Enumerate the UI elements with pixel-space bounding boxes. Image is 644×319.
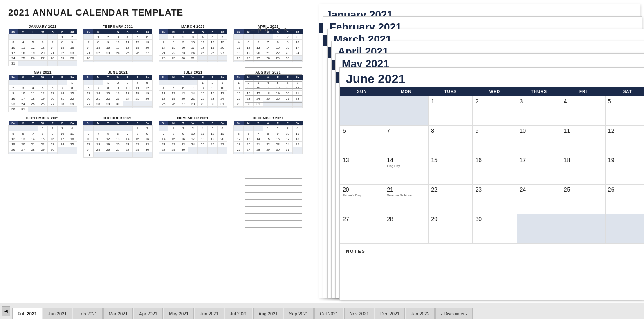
june-cell-num: 3 — [520, 98, 559, 105]
mini-cal-day — [57, 152, 67, 154]
mini-cal-day: 22 — [67, 96, 77, 101]
mini-cal-day: 13 — [83, 91, 93, 96]
mini-cal-day — [103, 107, 113, 108]
tab-full-2021[interactable]: Full 2021 — [12, 308, 42, 319]
mini-cal-day: 1 — [38, 126, 47, 131]
mini-cal-day — [47, 152, 57, 154]
mini-cal-day: 6 — [47, 85, 57, 91]
tab-jan-2021[interactable]: Jan 2021 — [43, 308, 72, 319]
mini-cal-day — [38, 61, 47, 66]
mini-cal-day: 25 — [28, 101, 38, 107]
mini-cal-day: 9 — [178, 40, 188, 45]
mini-cal-day: 20 — [47, 96, 57, 101]
june-header-cell: TUES — [429, 87, 473, 96]
mini-cal-day: 30 — [178, 56, 188, 61]
mini-cal-header: Sa — [142, 75, 152, 80]
june-cell-num: 12 — [608, 127, 644, 134]
mini-cal-day: 15 — [103, 91, 113, 96]
mini-cal-day: 29 — [132, 147, 142, 152]
tab-feb-2021[interactable]: Feb 2021 — [73, 308, 102, 319]
mini-cal-day — [218, 56, 227, 61]
mini-cal-day: 19 — [168, 96, 178, 101]
june-cell-num: 6 — [343, 127, 381, 134]
mini-cal-day: 5 — [168, 85, 178, 91]
mini-cal-day — [234, 126, 244, 131]
june-cell — [606, 214, 644, 243]
tab-nav-prev[interactable]: ◀ — [2, 306, 10, 316]
june-cell-num: 14 — [387, 157, 426, 163]
june-cell-num: 10 — [520, 127, 559, 134]
mini-cal-header: R — [123, 121, 132, 126]
tab---disclaimer--[interactable]: - Disclaimer - — [435, 308, 473, 319]
mini-cal-day: 13 — [178, 91, 188, 96]
mini-cal-day: 4 — [93, 131, 103, 136]
tab-sep-2021[interactable]: Sep 2021 — [284, 308, 314, 319]
mini-cal-day: 14 — [28, 136, 38, 142]
mini-cal-header: R — [47, 75, 57, 80]
mini-cal-day — [123, 56, 132, 61]
june-header-cell: THURS — [517, 87, 561, 96]
mini-cal-day: 20 — [83, 96, 93, 101]
june-cell-num: 21 — [387, 186, 426, 193]
mini-cal-day — [142, 107, 152, 108]
mini-cal-header: Su — [9, 29, 18, 34]
tab-nov-2021[interactable]: Nov 2021 — [344, 308, 374, 319]
mini-cal-day: 1 — [67, 80, 77, 85]
mini-cal-day — [142, 61, 152, 62]
tab-jan-2022[interactable]: Jan 2022 — [406, 308, 435, 319]
mini-cal-day: 16 — [113, 91, 123, 96]
mini-cal-day: 7 — [93, 85, 103, 91]
tab-aug-2021[interactable]: Aug 2021 — [253, 308, 283, 319]
notes-title: — N O T E S — — [245, 28, 302, 32]
mini-cal-january2021: JANUARY 2021SuMTWRFSa1234567891011121314… — [8, 25, 77, 66]
tab-may-2021[interactable]: May 2021 — [164, 308, 194, 319]
tab-mar-2021[interactable]: Mar 2021 — [103, 308, 133, 319]
mini-cal-header: Su — [83, 29, 93, 34]
tab-jul-2021[interactable]: Jul 2021 — [225, 308, 253, 319]
mini-cal-header: Sa — [142, 121, 152, 126]
mini-cal-day: 19 — [234, 142, 244, 147]
mini-cal-header: F — [57, 121, 67, 126]
mini-cal-day: 5 — [28, 40, 38, 45]
june-cell — [517, 214, 561, 243]
mini-cal-day: 3 — [18, 85, 28, 91]
mini-cal-day: 25 — [198, 142, 208, 147]
june-cell-holiday: Father's Day — [343, 194, 381, 197]
mini-cal-day: 29 — [103, 101, 113, 107]
mini-cal-day — [178, 61, 188, 62]
tab-jun-2021[interactable]: Jun 2021 — [195, 308, 224, 319]
mini-cal-day: 23 — [103, 50, 113, 56]
notes-line — [245, 104, 302, 109]
mini-cal-day — [103, 56, 113, 61]
mini-cal-day: 17 — [9, 50, 18, 56]
mini-cal-day: 23 — [178, 142, 188, 147]
mini-cal-day: 23 — [67, 50, 77, 56]
mini-cal-day: 15 — [234, 91, 244, 96]
mini-cal-day: 12 — [168, 91, 178, 96]
mini-cal-day: 10 — [9, 45, 18, 50]
tab-apr-2021[interactable]: Apr 2021 — [134, 308, 163, 319]
mini-cal-day: 27 — [47, 101, 57, 107]
june-cell-num: 16 — [475, 157, 514, 163]
mini-cal-header: Sa — [67, 121, 77, 126]
mini-cal-day — [113, 56, 123, 61]
mini-cal-day: 18 — [123, 45, 132, 50]
mini-cal-day — [159, 126, 168, 131]
mini-cal-day — [123, 61, 132, 62]
june-notes-label: NOTES — [346, 249, 366, 254]
mini-cal-day — [142, 56, 152, 61]
mini-cal-day: 16 — [142, 136, 152, 142]
tab-dec-2021[interactable]: Dec 2021 — [375, 308, 405, 319]
mini-cal-day: 21 — [93, 96, 103, 101]
mini-cal-day: 12 — [142, 85, 152, 91]
mini-cal-day: 3 — [9, 40, 18, 45]
mini-cal-day: 26 — [132, 50, 142, 56]
mini-cal-day: 11 — [28, 91, 38, 96]
mini-cal-day: 31 — [218, 101, 227, 107]
mini-cal-day: 1 — [103, 80, 113, 85]
mini-cal-day: 10 — [57, 131, 67, 136]
june-cell: 1 — [429, 96, 473, 126]
mini-cal-day — [142, 101, 152, 107]
mini-cal-day: 25 — [132, 96, 142, 101]
tab-oct-2021[interactable]: Oct 2021 — [314, 308, 343, 319]
